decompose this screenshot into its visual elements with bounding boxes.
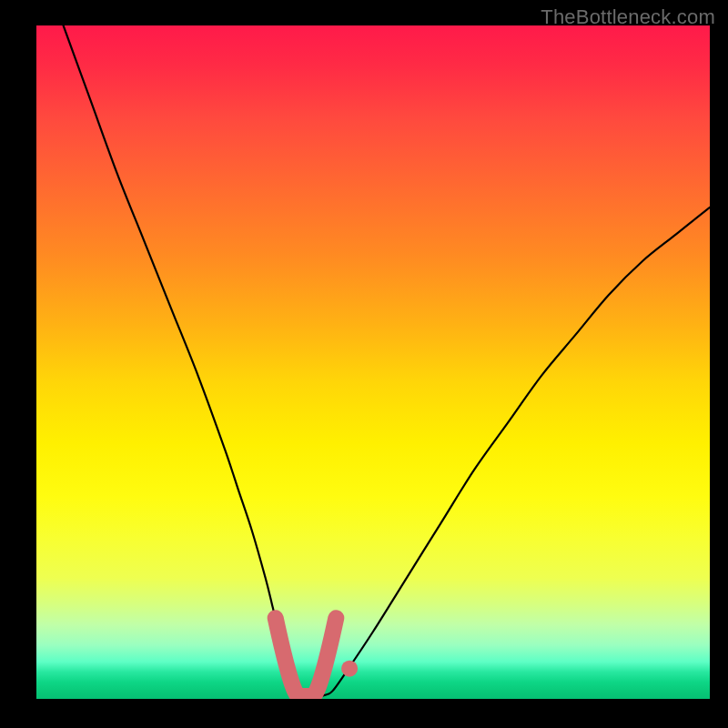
watermark-text: TheBottleneck.com [541, 5, 715, 29]
highlight-dot [341, 661, 358, 677]
chart-plot-area [36, 25, 710, 699]
highlight-band [276, 618, 337, 696]
bottleneck-curve-path [64, 25, 710, 696]
chart-curve-svg [36, 25, 710, 699]
